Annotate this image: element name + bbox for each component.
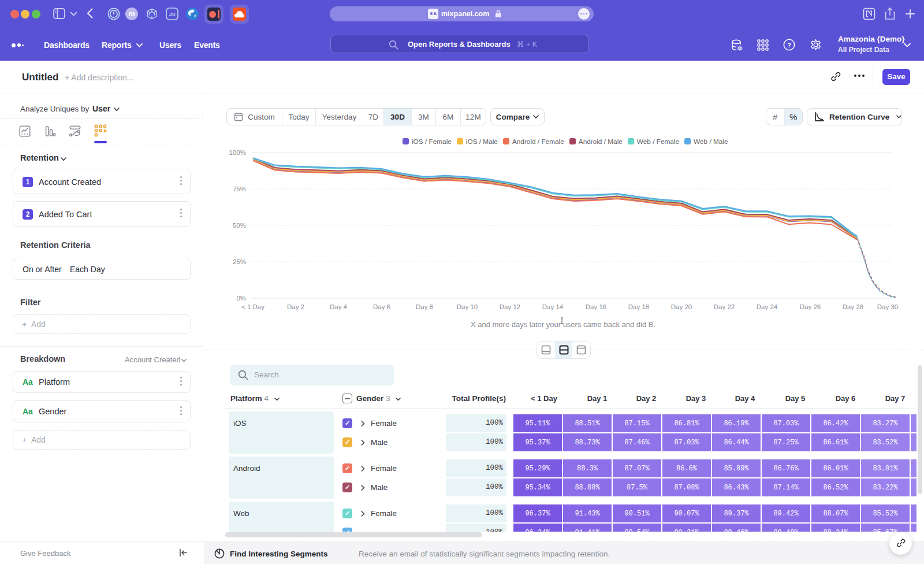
svg-text:Day 22: Day 22 — [714, 303, 735, 310]
svg-text:X and more days later your use: X and more days later your users came ba… — [471, 320, 655, 329]
svg-text:Day 30: Day 30 — [877, 303, 898, 310]
svg-text:0%: 0% — [236, 295, 246, 302]
svg-text:Day 16: Day 16 — [586, 303, 606, 310]
svg-text:50%: 50% — [233, 222, 246, 229]
svg-text:JS: JS — [169, 11, 176, 17]
svg-text:< 1 Day: < 1 Day — [241, 303, 264, 310]
svg-text:Day 28: Day 28 — [843, 303, 863, 310]
svg-text:25%: 25% — [233, 258, 246, 265]
svg-text:Day 26: Day 26 — [800, 303, 821, 310]
svg-text:Day 10: Day 10 — [457, 303, 478, 310]
svg-text:Day 2: Day 2 — [287, 303, 304, 310]
svg-text:Day 12: Day 12 — [500, 303, 520, 310]
svg-text:Day 20: Day 20 — [671, 303, 692, 310]
svg-text:Day 8: Day 8 — [416, 303, 433, 310]
svg-text:?: ? — [787, 42, 791, 49]
svg-text:Day 24: Day 24 — [757, 303, 778, 310]
svg-text:Day 14: Day 14 — [542, 303, 564, 310]
svg-text:100%: 100% — [229, 149, 246, 156]
svg-text:Day 4: Day 4 — [330, 303, 348, 310]
svg-text:Day 6: Day 6 — [373, 303, 390, 310]
svg-text:75%: 75% — [233, 185, 246, 192]
svg-text:Day 18: Day 18 — [628, 303, 649, 310]
